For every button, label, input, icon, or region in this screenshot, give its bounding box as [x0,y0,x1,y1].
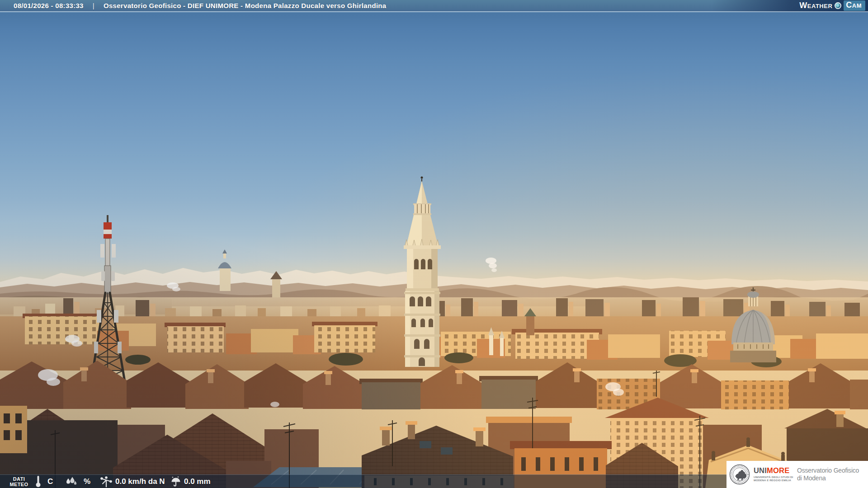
webcam-viewport: 08/01/2026 - 08:33:33 | Osservatorio Geo… [0,0,868,488]
rain-value: 0.0 mm [184,477,211,486]
thermometer-icon [35,476,41,488]
camera-dot-icon [835,2,841,9]
observatory-name-line1: Osservatorio Geofisico [797,467,859,474]
meteo-label-line1: DATI [5,476,33,482]
wind-value: 0.0 km/h da N [115,477,165,486]
unimore-more-text: MORE [767,466,789,474]
observatory-name-line2: di Modena [797,474,859,482]
rain-reading: 0.0 mm [171,476,211,487]
weathercam-logo: Weather Cam [799,0,868,11]
unimore-subline1: UNIVERSITÀ DEGLI STUDI DI [754,476,793,479]
cityscape-scene [0,0,868,488]
camera-title: Osservatorio Geofisico - DIEF UNIMORE - … [104,2,387,9]
observatory-name: Osservatorio Geofisico di Modena [797,467,859,482]
wind-reading: 0.0 km/h da N [100,476,165,487]
temperature-reading: C [35,476,53,488]
unimore-logo-box: UNIMORE UNIVERSITÀ DEGLI STUDI DI MODENA… [726,461,868,488]
meteo-label-line2: METEO [5,482,33,488]
datetime-text: 08/01/2026 - 08:33:33 [14,2,84,9]
meteo-label: DATI METEO [5,476,33,487]
temperature-unit: C [47,477,53,486]
unimore-wordmark: UNIMORE UNIVERSITÀ DEGLI STUDI DI MODENA… [754,467,793,482]
caption-separator: | [93,2,94,9]
unimore-uni-text: UNI [754,466,767,474]
shadow-overlay [0,0,868,488]
webcam-image [0,0,868,488]
umbrella-icon [171,476,181,487]
humidity-reading: % [65,476,90,487]
top-info-bar: 08/01/2026 - 08:33:33 | Osservatorio Geo… [0,0,868,12]
unimore-seal-icon [729,464,750,485]
unimore-subline2: MODENA E REGGIO EMILIA [754,479,793,482]
humidity-unit: % [84,477,90,486]
camera-caption: 08/01/2026 - 08:33:33 | Osservatorio Geo… [0,2,386,9]
weathercam-weather-text: Weather [799,1,832,10]
drops-icon [65,476,77,487]
weathercam-cam-text: Cam [844,0,865,11]
anemometer-icon [100,476,112,487]
